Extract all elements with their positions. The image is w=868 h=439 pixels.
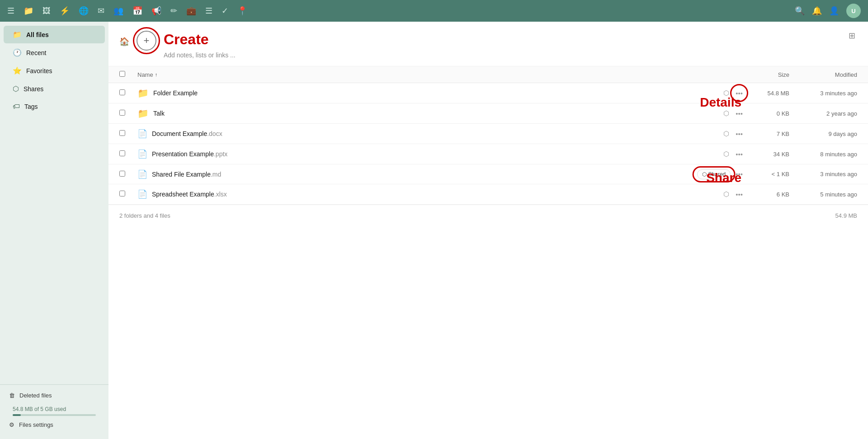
more-icon-2[interactable]: ••• <box>734 108 744 119</box>
more-icon-4[interactable]: ••• <box>734 149 744 159</box>
file-modified-4: 8 minutes ago <box>789 151 857 158</box>
table-row[interactable]: 📄 Document Example.docx ⬡ ••• 7 KB 9 day… <box>108 124 868 144</box>
share-icon-4[interactable]: ⬡ <box>722 149 731 159</box>
search-icon[interactable]: 🔍 <box>795 6 805 16</box>
select-all-checkbox[interactable] <box>119 71 125 77</box>
sidebar-nav: 📁 All files 🕐 Recent ⭐ Favorites ⬡ Share… <box>0 25 108 384</box>
sidebar-item-shares[interactable]: ⬡ Shares <box>4 80 105 98</box>
more-icon-6[interactable]: ••• <box>734 189 744 200</box>
file-list: 📁 Folder Example ⬡ ••• 54.8 MB 3 minutes… <box>108 83 868 439</box>
file-size-6: 6 KB <box>744 191 789 198</box>
create-text-area: Create Add notes, lists or links ... <box>164 31 236 59</box>
file-name-5: Shared File Example.md <box>152 171 221 178</box>
file-modified-2: 2 years ago <box>789 110 857 117</box>
content-area-wrapper: Details Share 🏠 + Create Add notes, list… <box>108 22 868 439</box>
file-ext-5: .md <box>211 171 221 178</box>
tasks-icon[interactable]: ☰ <box>205 6 212 16</box>
sidebar-deleted-files[interactable]: 🗑 Deleted files <box>4 388 105 402</box>
table-row[interactable]: 📁 Folder Example ⬡ ••• 54.8 MB 3 minutes… <box>108 83 868 103</box>
avatar[interactable]: U <box>846 4 861 18</box>
sort-indicator: ↑ <box>155 72 158 77</box>
topbar-right: 🔍 🔔 👤 U <box>795 4 861 18</box>
file-size-1: 54.8 MB <box>744 90 789 97</box>
header-name[interactable]: Name ↑ <box>137 71 744 78</box>
row-checkbox-4[interactable] <box>119 150 125 156</box>
profile-icon[interactable]: 👤 <box>829 6 839 16</box>
row-checkbox-6[interactable] <box>119 191 125 196</box>
shared-badge[interactable]: ⬡ Shared <box>697 169 731 179</box>
files-icon[interactable]: 📁 <box>24 6 33 16</box>
check-icon[interactable]: ✓ <box>222 6 228 16</box>
files-settings-label: Files settings <box>19 421 53 428</box>
file-icon-6: 📄 <box>137 189 147 199</box>
share-icon-3[interactable]: ⬡ <box>722 128 731 139</box>
file-name-6: Spreadsheet Example.xlsx <box>152 191 227 198</box>
more-icon-5[interactable]: ••• <box>734 169 744 179</box>
topbar: ☰ 📁 🖼 ⚡ 🌐 ✉ 👥 📅 📢 ✏ 💼 ☰ ✓ 📍 🔍 🔔 👤 U <box>0 0 868 22</box>
file-ext-3: .docx <box>207 130 222 137</box>
row-checkbox-2[interactable] <box>119 110 125 116</box>
create-btn-area: 🏠 + <box>119 31 156 51</box>
sidebar-item-tags[interactable]: 🏷 Tags <box>4 98 105 115</box>
globe-icon[interactable]: 🌐 <box>79 6 89 16</box>
tags-icon: 🏷 <box>13 103 20 111</box>
file-name-col-5: 📄 Shared File Example.md <box>137 169 699 179</box>
row-check-6 <box>119 191 137 198</box>
storage-bar-bg <box>13 414 96 416</box>
file-actions-4: ⬡ ••• <box>699 149 744 159</box>
file-actions-1: ⬡ ••• <box>699 88 744 98</box>
row-checkbox-3[interactable] <box>119 130 125 136</box>
share-icon-1[interactable]: ⬡ <box>722 88 731 98</box>
notifications-icon[interactable]: 🔔 <box>812 6 822 16</box>
storage-bar-container: 54.8 MB of 5 GB used <box>4 402 105 418</box>
row-check-1 <box>119 89 137 97</box>
file-summary-total-size: 54.9 MB <box>835 212 857 219</box>
sidebar-item-all-files[interactable]: 📁 All files <box>4 26 105 43</box>
more-icon-1[interactable]: ••• <box>734 88 744 98</box>
file-name-3: Document Example.docx <box>152 130 222 137</box>
file-actions-3: ⬡ ••• <box>699 128 744 139</box>
photos-icon[interactable]: 🖼 <box>42 6 51 16</box>
grid-toggle-icon[interactable]: ⊞ <box>849 31 855 41</box>
contacts-icon[interactable]: 👥 <box>113 6 123 16</box>
file-size-4: 34 KB <box>744 151 789 158</box>
activity-icon[interactable]: ⚡ <box>60 6 70 16</box>
row-check-2 <box>119 110 137 117</box>
file-actions-2: ⬡ ••• <box>699 108 744 119</box>
header-modified[interactable]: Modified <box>789 71 857 78</box>
create-plus-icon: + <box>144 35 150 47</box>
shared-badge-label: Shared <box>708 171 726 177</box>
share-icon-2[interactable]: ⬡ <box>722 108 731 119</box>
hamburger-icon[interactable]: ☰ <box>7 6 14 16</box>
table-row[interactable]: 📄 Presentation Example.pptx ⬡ ••• 34 KB … <box>108 144 868 164</box>
row-check-5 <box>119 171 137 178</box>
create-circle-button[interactable]: + <box>137 31 156 51</box>
sidebar-item-tags-label: Tags <box>24 103 38 110</box>
file-name-col-4: 📄 Presentation Example.pptx <box>137 149 699 159</box>
header-size[interactable]: Size <box>744 71 789 78</box>
sidebar-item-favorites[interactable]: ⭐ Favorites <box>4 62 105 79</box>
table-row[interactable]: 📁 Talk ⬡ ••• 0 KB 2 years ago <box>108 103 868 124</box>
row-checkbox-1[interactable] <box>119 89 125 95</box>
share-icon-6[interactable]: ⬡ <box>722 189 731 200</box>
sidebar-files-settings[interactable]: ⚙ Files settings <box>4 418 105 432</box>
sidebar-item-recent[interactable]: 🕐 Recent <box>4 44 105 61</box>
table-row[interactable]: 📄 Shared File Example.md ⬡ Shared ••• < … <box>108 164 868 184</box>
file-size-2: 0 KB <box>744 110 789 117</box>
table-row[interactable]: 📄 Spreadsheet Example.xlsx ⬡ ••• 6 KB 5 … <box>108 184 868 205</box>
notes-icon[interactable]: ✏ <box>170 6 177 16</box>
file-name-col-1: 📁 Folder Example <box>137 88 699 98</box>
row-checkbox-5[interactable] <box>119 171 125 177</box>
home-icon[interactable]: 🏠 <box>119 37 129 47</box>
header-name-label: Name <box>137 71 153 78</box>
row-check-3 <box>119 130 137 137</box>
file-name-col-3: 📄 Document Example.docx <box>137 129 699 139</box>
file-icon-3: 📄 <box>137 129 147 139</box>
more-icon-3[interactable]: ••• <box>734 129 744 139</box>
calendar-icon[interactable]: 📅 <box>132 6 142 16</box>
talk-icon[interactable]: 📢 <box>151 6 161 16</box>
mail-icon[interactable]: ✉ <box>98 6 104 16</box>
file-size-5: < 1 KB <box>744 171 789 177</box>
maps-icon[interactable]: 📍 <box>237 6 247 16</box>
deck-icon[interactable]: 💼 <box>186 6 196 16</box>
